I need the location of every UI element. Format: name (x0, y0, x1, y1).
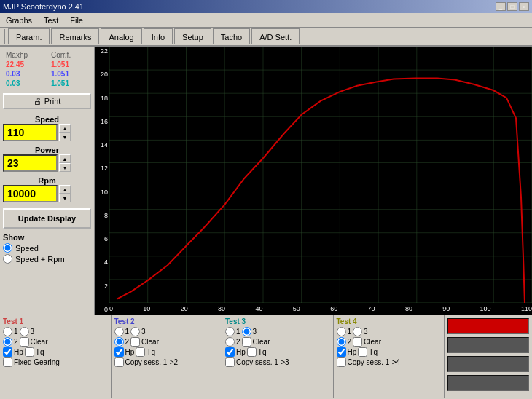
power-spinner: ▲ ▼ (59, 154, 71, 172)
show-speed-radio[interactable] (3, 243, 12, 253)
tab-tacho[interactable]: Tacho (213, 28, 250, 44)
tab-ad-sett[interactable]: A/D Sett. (251, 28, 300, 44)
test1-hp-checkbox[interactable] (3, 347, 12, 357)
test3-radio-3[interactable] (242, 327, 251, 336)
y-label-6: 6 (95, 236, 109, 242)
speed-value[interactable]: 110 (3, 124, 58, 141)
rpm-group: Rpm 10000 ▲ ▼ (3, 176, 91, 202)
minimize-button[interactable]: _ (496, 2, 506, 11)
power-up-button[interactable]: ▲ (59, 154, 71, 163)
test1-radio-1[interactable] (3, 327, 12, 336)
test2-radio-3[interactable] (130, 327, 140, 336)
x-label-40: 40 (255, 305, 262, 312)
rpm-up-button[interactable]: ▲ (59, 185, 71, 194)
test3-hp-checkbox[interactable] (225, 347, 235, 357)
test3-copy-checkbox[interactable] (225, 357, 235, 367)
update-display-button[interactable]: Update Display (3, 208, 91, 229)
speed-up-button[interactable]: ▲ (59, 124, 71, 133)
test1-radio1-label: 1 (14, 328, 18, 336)
tab-remarks[interactable]: Remarks (51, 28, 99, 44)
test3-radio-1[interactable] (225, 327, 235, 336)
test2-hp-row: Hp Tq (114, 347, 219, 357)
x-label-20: 20 (181, 305, 188, 312)
x-label-0: 0 (109, 305, 113, 312)
test3-tq-label: Tq (258, 348, 267, 356)
test2-radio-2[interactable] (114, 337, 124, 347)
test1-hp-label: Hp (14, 348, 23, 356)
test2-clear-checkbox[interactable] (130, 337, 140, 347)
y-label-4: 4 (95, 259, 109, 266)
stat-row1-corrf: 1.051 (50, 60, 90, 68)
test3-radio-2[interactable] (225, 337, 235, 347)
test4-clear-label: Clear (364, 338, 381, 346)
show-group: Show Speed Speed + Rpm (3, 233, 91, 265)
test4-radio-1[interactable] (337, 327, 346, 336)
test1-clear-checkbox[interactable] (20, 337, 29, 347)
test4-copy-checkbox[interactable] (337, 357, 346, 367)
test2-radio-1[interactable] (114, 327, 124, 336)
test1-radio-3[interactable] (20, 327, 29, 336)
test4-hp-row: Hp Tq (337, 347, 442, 357)
power-down-button[interactable]: ▼ (59, 163, 71, 172)
test4-hp-label: Hp (348, 348, 357, 356)
show-speed-row: Speed (3, 243, 91, 253)
test2-radio-row1: 1 3 (114, 327, 219, 336)
test3-radio1-label: 1 (236, 328, 240, 336)
test2-title: Test 2 (114, 317, 219, 325)
test4-radio1-label: 1 (348, 328, 352, 336)
print-label: Print (44, 97, 61, 106)
rpm-down-button[interactable]: ▼ (59, 194, 71, 202)
test2-clear-label: Clear (141, 338, 159, 346)
close-button[interactable]: × (519, 2, 529, 11)
speed-input-row: 110 ▲ ▼ (3, 124, 91, 141)
tab-analog[interactable]: Analog (101, 28, 141, 44)
tab-setup[interactable]: Setup (174, 28, 211, 44)
show-speed-rpm-radio[interactable] (3, 254, 12, 264)
stats-table: Maxhp Corr.f. 22.45 1.051 0.03 1.051 0.0… (3, 50, 91, 89)
test4-hp-checkbox[interactable] (337, 347, 346, 357)
test3-tq-checkbox[interactable] (247, 347, 257, 357)
color-bar-4 (447, 375, 529, 391)
menu-test[interactable]: Test (38, 15, 64, 26)
color-bar-3 (447, 356, 529, 372)
tab-param[interactable]: Param. (8, 28, 50, 44)
printer-icon: 🖨 (34, 97, 42, 106)
test2-radio2-label: 2 (125, 338, 130, 346)
test4-radio-2[interactable] (337, 337, 346, 347)
test1-radio-2[interactable] (3, 337, 12, 347)
toolbar: Param. Remarks Analog Info Setup Tacho A… (0, 28, 532, 47)
print-button[interactable]: 🖨 Print (3, 93, 91, 109)
test1-fixed-gearing-checkbox[interactable] (3, 357, 12, 367)
test3-clear-checkbox[interactable] (242, 337, 251, 347)
content-area: Maxhp Corr.f. 22.45 1.051 0.03 1.051 0.0… (0, 47, 532, 315)
tab-info[interactable]: Info (144, 28, 173, 44)
test4-radio-3[interactable] (353, 327, 362, 336)
test1-hp-row: Hp Tq (3, 347, 108, 357)
test1-title: Test 1 (3, 317, 108, 325)
rpm-spinner: ▲ ▼ (59, 185, 71, 202)
rpm-input-row: 10000 ▲ ▼ (3, 185, 91, 202)
show-speed-rpm-row: Speed + Rpm (3, 254, 91, 264)
menu-graphs[interactable]: Graphs (0, 15, 38, 26)
maximize-button[interactable]: □ (507, 2, 517, 11)
power-value[interactable]: 23 (3, 154, 58, 172)
test2-copy-checkbox[interactable] (114, 357, 124, 367)
power-label: Power (3, 146, 91, 154)
test3-hp-label: Hp (236, 348, 246, 356)
x-label-70: 70 (368, 305, 375, 312)
test1-tq-checkbox[interactable] (25, 347, 34, 357)
test3-hp-row: Hp Tq (225, 347, 330, 357)
y-label-0: 0 (95, 307, 109, 313)
test3-group: Test 3 1 3 2 Clear Hp Tq Copy se (222, 315, 334, 398)
y-label-22: 22 (95, 48, 109, 55)
speed-down-button[interactable]: ▼ (59, 133, 71, 141)
test2-tq-checkbox[interactable] (136, 347, 145, 357)
stat-row2-maxhp: 0.03 (4, 70, 48, 78)
test4-clear-checkbox[interactable] (353, 337, 362, 347)
rpm-value[interactable]: 10000 (3, 185, 58, 202)
test1-radio3-label: 3 (31, 328, 35, 336)
x-label-30: 30 (218, 305, 225, 312)
test4-tq-checkbox[interactable] (358, 347, 367, 357)
test2-hp-checkbox[interactable] (114, 347, 124, 357)
menu-file[interactable]: File (64, 15, 89, 26)
